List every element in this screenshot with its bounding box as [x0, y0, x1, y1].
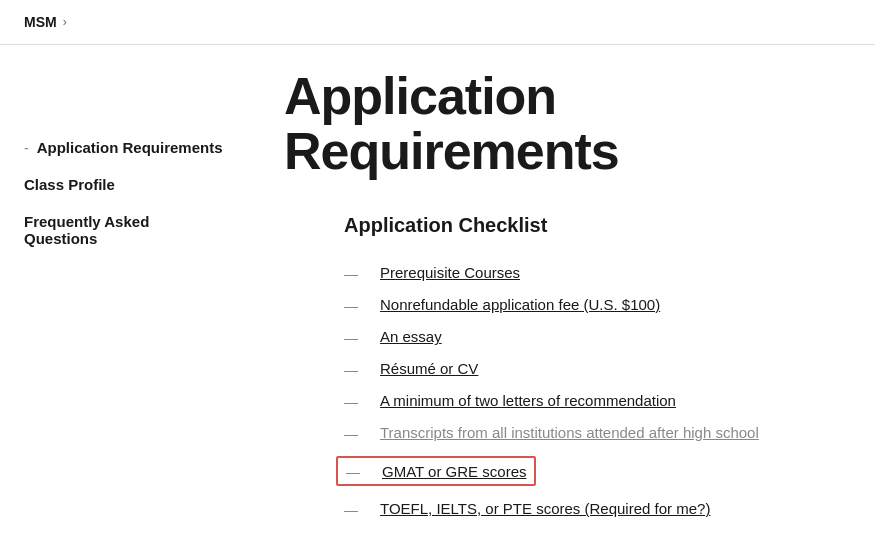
sidebar-item-application-requirements[interactable]: - Application Requirements [24, 129, 224, 166]
list-item: — Prerequisite Courses [344, 257, 851, 289]
checklist-link[interactable]: TOEFL, IELTS, or PTE scores (Required fo… [380, 500, 710, 517]
sidebar-item-label: Frequently Asked Questions [24, 213, 224, 247]
nav-msm-link[interactable]: MSM [24, 14, 57, 30]
checklist-list: — Prerequisite Courses — Nonrefundable a… [344, 257, 851, 525]
sidebar-item-label: Application Requirements [37, 139, 223, 156]
list-item: — Nonrefundable application fee (U.S. $1… [344, 289, 851, 321]
checklist-link[interactable]: A minimum of two letters of recommendati… [380, 392, 676, 409]
page-title: Application Requirements [284, 69, 851, 178]
checklist-dash: — [346, 464, 366, 480]
checklist-link[interactable]: Résumé or CV [380, 360, 478, 377]
sidebar-active-dash: - [24, 140, 29, 156]
content-area: Application Requirements Application Che… [244, 69, 851, 525]
list-item: — A minimum of two letters of recommenda… [344, 385, 851, 417]
top-nav: MSM › [0, 0, 875, 45]
main-content: - Application Requirements Class Profile… [0, 45, 875, 546]
checklist-link-gmat[interactable]: GMAT or GRE scores [382, 463, 526, 480]
checklist-dash: — [344, 266, 364, 282]
sidebar-item-class-profile[interactable]: Class Profile [24, 166, 224, 203]
sidebar-item-faq[interactable]: Frequently Asked Questions [24, 203, 224, 257]
checklist-title: Application Checklist [344, 214, 851, 237]
nav-chevron-icon: › [63, 15, 67, 29]
checklist-dash: — [344, 394, 364, 410]
checklist-dash: — [344, 362, 364, 378]
checklist-dash: — [344, 330, 364, 346]
sidebar-item-label: Class Profile [24, 176, 115, 193]
list-item: — An essay [344, 321, 851, 353]
list-item: — TOEFL, IELTS, or PTE scores (Required … [344, 493, 851, 525]
list-item: — Transcripts from all institutions atte… [344, 417, 851, 449]
checklist-dash: — [344, 426, 364, 442]
highlighted-box: — GMAT or GRE scores [336, 456, 536, 486]
list-item-highlighted: — GMAT or GRE scores [344, 449, 851, 493]
sidebar: - Application Requirements Class Profile… [24, 69, 244, 525]
list-item: — Résumé or CV [344, 353, 851, 385]
checklist-dash: — [344, 298, 364, 314]
checklist-link-muted[interactable]: Transcripts from all institutions attend… [380, 424, 759, 441]
checklist-section: Application Checklist — Prerequisite Cou… [344, 214, 851, 525]
checklist-link[interactable]: An essay [380, 328, 442, 345]
checklist-link[interactable]: Nonrefundable application fee (U.S. $100… [380, 296, 660, 313]
checklist-dash: — [344, 502, 364, 518]
checklist-link[interactable]: Prerequisite Courses [380, 264, 520, 281]
